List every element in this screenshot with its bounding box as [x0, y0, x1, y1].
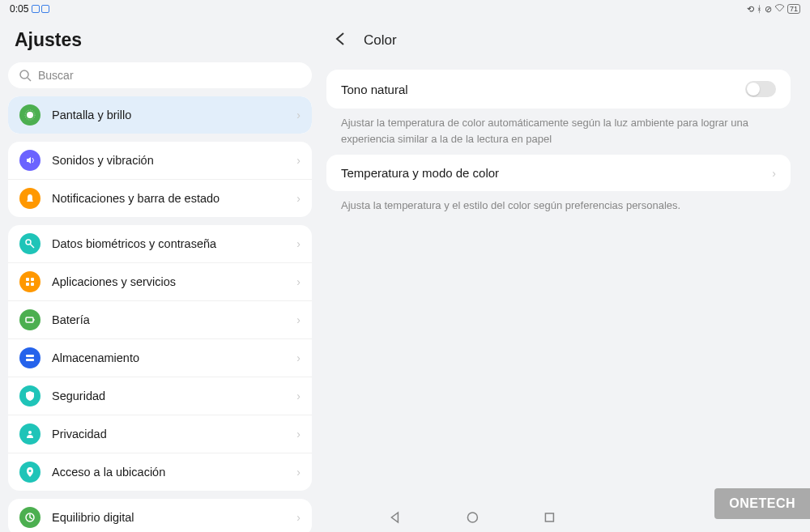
sidebar-item-privacy[interactable]: Privacidad › [8, 415, 312, 453]
svg-point-14 [28, 431, 32, 434]
svg-rect-9 [31, 283, 34, 286]
sidebar-item-label: Notificaciones y barra de estado [52, 192, 296, 205]
status-icons: ⟲ ᚼ ⊘ 71 [747, 4, 800, 15]
search-input[interactable]: Buscar [8, 62, 312, 88]
chevron-right-icon: › [296, 389, 301, 402]
nav-back-button[interactable] [388, 511, 401, 527]
natural-tone-description: Ajustar la temperatura de color automáti… [326, 115, 791, 155]
storage-icon [19, 347, 40, 368]
location-icon [19, 462, 40, 483]
settings-sidebar: Ajustes Buscar Pantalla y brillo › Sonid… [0, 18, 320, 532]
sidebar-title: Ajustes [8, 24, 312, 62]
svg-rect-18 [545, 513, 553, 521]
display-icon [19, 104, 40, 126]
svg-rect-12 [26, 355, 34, 357]
privacy-icon [19, 423, 40, 445]
link-icon: ⟲ [747, 4, 754, 15]
nav-recent-button[interactable] [544, 512, 555, 526]
sidebar-item-label: Seguridad [52, 389, 296, 402]
sidebar-item-label: Datos biométricos y contraseña [52, 237, 296, 250]
nav-home-button[interactable] [466, 511, 479, 527]
detail-panel: Color Tono natural Ajustar la temperatur… [320, 18, 810, 532]
back-button[interactable] [333, 31, 349, 50]
detail-title: Color [364, 32, 397, 49]
sound-icon [19, 150, 40, 171]
svg-point-15 [29, 470, 32, 472]
sidebar-item-security[interactable]: Seguridad › [8, 377, 312, 415]
svg-point-0 [20, 70, 28, 79]
sidebar-item-label: Acceso a la ubicación [52, 466, 296, 479]
chevron-right-icon: › [296, 237, 301, 250]
sidebar-item-battery[interactable]: Batería › [8, 301, 312, 339]
sidebar-item-biometrics[interactable]: Datos biométricos y contraseña › [8, 225, 312, 263]
svg-rect-10 [26, 317, 33, 322]
chevron-right-icon: › [296, 313, 301, 326]
sidebar-item-label: Aplicaciones y servicios [52, 275, 296, 288]
chevron-right-icon: › [296, 511, 301, 524]
mute-icon: ⊘ [765, 4, 772, 15]
bluetooth-icon: ᚼ [757, 4, 762, 14]
search-icon [19, 70, 32, 82]
chevron-right-icon: › [296, 428, 301, 440]
clock-time: 0:05 [10, 3, 28, 15]
svg-point-17 [467, 513, 477, 522]
bell-icon [19, 188, 40, 209]
natural-tone-toggle[interactable] [745, 81, 776, 97]
apps-icon [19, 271, 40, 292]
watermark: ONETECH [714, 488, 810, 519]
sidebar-item-storage[interactable]: Almacenamiento › [8, 339, 312, 377]
sidebar-item-label: Sonidos y vibración [52, 154, 296, 167]
chevron-right-icon: › [296, 192, 301, 205]
sidebar-item-sound[interactable]: Sonidos y vibración › [8, 142, 312, 180]
svg-rect-7 [31, 278, 34, 281]
chevron-right-icon: › [296, 154, 301, 167]
key-icon [19, 233, 40, 254]
svg-line-1 [28, 78, 31, 81]
balance-icon [19, 507, 40, 528]
shield-icon [19, 385, 40, 406]
chevron-right-icon: › [296, 109, 301, 121]
wifi-icon [774, 4, 785, 14]
natural-tone-card: Tono natural [326, 70, 791, 109]
svg-line-5 [30, 244, 34, 248]
natural-tone-label: Tono natural [341, 83, 408, 96]
sidebar-item-location[interactable]: Acceso a la ubicación › [8, 453, 312, 491]
navigation-bar [388, 511, 555, 527]
sidebar-item-apps[interactable]: Aplicaciones y servicios › [8, 263, 312, 301]
sidebar-item-notifications[interactable]: Notificaciones y barra de estado › [8, 180, 312, 217]
battery-indicator: 71 [787, 4, 800, 14]
battery-icon [19, 309, 40, 330]
status-bar: 0:05 ⟲ ᚼ ⊘ 71 [0, 0, 810, 18]
recent-apps-indicator [32, 5, 49, 13]
sidebar-item-label: Batería [52, 313, 296, 326]
sidebar-item-label: Almacenamiento [52, 351, 296, 364]
sidebar-item-label: Pantalla y brillo [52, 109, 296, 121]
sidebar-item-label: Privacidad [52, 428, 296, 440]
sidebar-item-label: Equilibrio digital [52, 511, 296, 524]
svg-rect-13 [26, 359, 34, 361]
search-placeholder: Buscar [38, 69, 74, 82]
sidebar-item-display[interactable]: Pantalla y brillo › [8, 96, 312, 134]
chevron-right-icon: › [296, 351, 301, 364]
color-mode-description: Ajusta la temperatura y el estilo del co… [326, 198, 791, 222]
svg-point-2 [27, 112, 33, 118]
svg-rect-11 [33, 319, 35, 321]
svg-rect-8 [26, 283, 29, 286]
chevron-right-icon: › [296, 466, 301, 479]
sidebar-item-digital-balance[interactable]: Equilibrio digital › [8, 499, 312, 532]
svg-rect-6 [26, 278, 29, 281]
color-mode-card[interactable]: Temperatura y modo de color › [326, 155, 791, 191]
chevron-right-icon: › [296, 275, 301, 288]
color-mode-label: Temperatura y modo de color [341, 166, 499, 180]
chevron-right-icon: › [772, 167, 776, 180]
